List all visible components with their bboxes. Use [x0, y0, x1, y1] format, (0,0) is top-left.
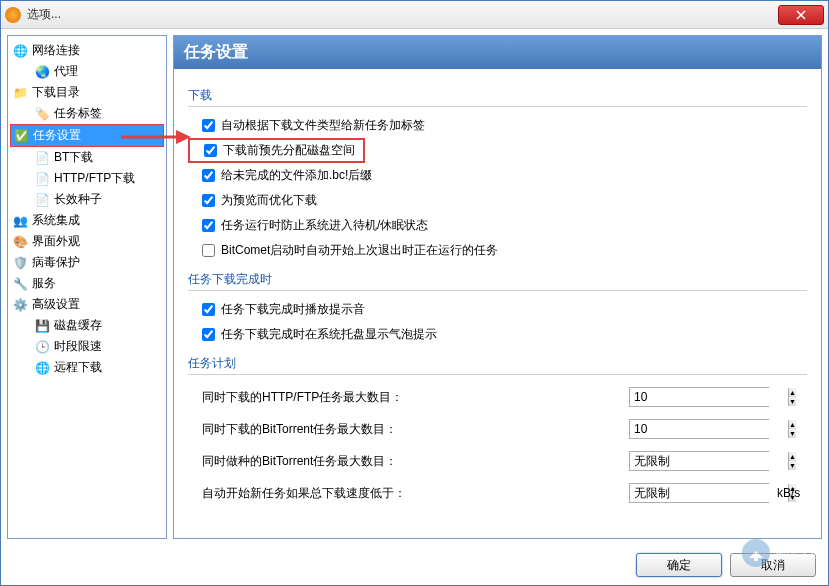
checkbox-autostart[interactable] [202, 244, 215, 257]
input-max-bt[interactable] [630, 420, 788, 438]
sidebar-item-appearance[interactable]: 🎨界面外观 [10, 231, 164, 252]
people-icon: 👥 [12, 213, 28, 229]
main-panel: 任务设置 下载 自动根据下载文件类型给新任务加标签 下载前预先分配磁盘空间 给未… [173, 35, 822, 539]
window-title: 选项... [27, 6, 778, 23]
sidebar-item-label: 病毒保护 [32, 254, 80, 271]
input-max-seed[interactable] [630, 452, 788, 470]
options-window: 选项... 🌐网络连接 🌏代理 📁下载目录 🏷️任务标签 ✅任务设置 📄BT下载… [0, 0, 829, 586]
spin-down[interactable]: ▼ [789, 429, 796, 438]
checkbox-auto-tag[interactable] [202, 119, 215, 132]
field-max-http: 同时下载的HTTP/FTP任务最大数目： ▲▼ [188, 381, 807, 413]
spin-down[interactable]: ▼ [789, 461, 796, 470]
checkbox-prevent-sleep[interactable] [202, 219, 215, 232]
opt-label: BitComet启动时自动开始上次退出时正在运行的任务 [221, 242, 498, 259]
group-download-label: 下载 [188, 87, 807, 107]
sidebar-item-label: 远程下载 [54, 359, 102, 376]
content-area: 🌐网络连接 🌏代理 📁下载目录 🏷️任务标签 ✅任务设置 📄BT下载 📄HTTP… [1, 29, 828, 545]
app-icon [5, 7, 21, 23]
sidebar-item-time-limit[interactable]: 🕒时段限速 [10, 336, 164, 357]
sidebar-item-label: 磁盘缓存 [54, 317, 102, 334]
opt-prevent-sleep: 任务运行时防止系统进入待机/休眠状态 [188, 213, 807, 238]
checkbox-bc-suffix[interactable] [202, 169, 215, 182]
checkbox-preallocate[interactable] [204, 144, 217, 157]
globe-icon: 🌏 [34, 64, 50, 80]
panel-title: 任务设置 [174, 36, 821, 69]
titlebar: 选项... [1, 1, 828, 29]
sidebar-item-bt-download[interactable]: 📄BT下载 [10, 147, 164, 168]
opt-balloon: 任务下载完成时在系统托盘显示气泡提示 [188, 322, 807, 347]
opt-preview: 为预览而优化下载 [188, 188, 807, 213]
sidebar-item-system-integration[interactable]: 👥系统集成 [10, 210, 164, 231]
spinner-max-seed: ▲▼ [629, 451, 769, 471]
sidebar-item-label: BT下载 [54, 149, 93, 166]
checkbox-balloon[interactable] [202, 328, 215, 341]
field-label: 自动开始新任务如果总下载速度低于： [202, 485, 406, 502]
sidebar-item-label: 时段限速 [54, 338, 102, 355]
input-max-http[interactable] [630, 388, 788, 406]
sidebar-item-label: 任务标签 [54, 105, 102, 122]
globe-icon: 🌐 [12, 43, 28, 59]
sidebar: 🌐网络连接 🌏代理 📁下载目录 🏷️任务标签 ✅任务设置 📄BT下载 📄HTTP… [7, 35, 167, 539]
opt-play-sound: 任务下载完成时播放提示音 [188, 297, 807, 322]
opt-preallocate: 下载前预先分配磁盘空间 [188, 138, 365, 163]
gear-icon: ⚙️ [12, 297, 28, 313]
spin-up[interactable]: ▲ [789, 420, 796, 429]
field-label: 同时下载的BitTorrent任务最大数目： [202, 421, 397, 438]
sidebar-item-services[interactable]: 🔧服务 [10, 273, 164, 294]
field-label: 同时做种的BitTorrent任务最大数目： [202, 453, 397, 470]
sidebar-item-label: 服务 [32, 275, 56, 292]
group-plan-label: 任务计划 [188, 355, 807, 375]
close-button[interactable] [778, 5, 824, 25]
sidebar-item-label: 界面外观 [32, 233, 80, 250]
field-label: 同时下载的HTTP/FTP任务最大数目： [202, 389, 403, 406]
opt-label: 为预览而优化下载 [221, 192, 317, 209]
sidebar-item-download-dir[interactable]: 📁下载目录 [10, 82, 164, 103]
field-max-bt: 同时下载的BitTorrent任务最大数目： ▲▼ [188, 413, 807, 445]
sidebar-item-label: 网络连接 [32, 42, 80, 59]
spinner-autostart-speed: ▲▼ [629, 483, 769, 503]
check-icon: ✅ [13, 128, 29, 144]
field-max-seed: 同时做种的BitTorrent任务最大数目： ▲▼ [188, 445, 807, 477]
opt-label: 任务下载完成时在系统托盘显示气泡提示 [221, 326, 437, 343]
sidebar-item-label: 下载目录 [32, 84, 80, 101]
palette-icon: 🎨 [12, 234, 28, 250]
checkbox-preview[interactable] [202, 194, 215, 207]
checkbox-play-sound[interactable] [202, 303, 215, 316]
sidebar-item-advanced[interactable]: ⚙️高级设置 [10, 294, 164, 315]
input-autostart-speed[interactable] [630, 484, 788, 502]
group-complete-label: 任务下载完成时 [188, 271, 807, 291]
footer: 确定 取消 [1, 545, 828, 585]
sidebar-item-long-seed[interactable]: 📄长效种子 [10, 189, 164, 210]
spinner-max-http: ▲▼ [629, 387, 769, 407]
sidebar-item-label: 系统集成 [32, 212, 80, 229]
spin-up[interactable]: ▲ [789, 388, 796, 397]
doc-icon: 📄 [34, 171, 50, 187]
sidebar-item-proxy[interactable]: 🌏代理 [10, 61, 164, 82]
close-icon [796, 10, 806, 20]
opt-bc-suffix: 给未完成的文件添加.bc!后缀 [188, 163, 807, 188]
sidebar-item-remote[interactable]: 🌐远程下载 [10, 357, 164, 378]
field-autostart-speed: 自动开始新任务如果总下载速度低于： ▲▼ kB/s [188, 477, 807, 509]
cancel-button[interactable]: 取消 [730, 553, 816, 577]
sidebar-item-label: HTTP/FTP下载 [54, 170, 135, 187]
sidebar-item-label: 长效种子 [54, 191, 102, 208]
opt-label: 任务运行时防止系统进入待机/休眠状态 [221, 217, 428, 234]
sidebar-item-virus[interactable]: 🛡️病毒保护 [10, 252, 164, 273]
spin-down[interactable]: ▼ [789, 397, 796, 406]
sidebar-item-network[interactable]: 🌐网络连接 [10, 40, 164, 61]
sidebar-item-task-settings[interactable]: ✅任务设置 [10, 124, 164, 147]
opt-label: 给未完成的文件添加.bc!后缀 [221, 167, 372, 184]
sidebar-item-label: 任务设置 [33, 127, 81, 144]
tag-icon: 🏷️ [34, 106, 50, 122]
ok-button[interactable]: 确定 [636, 553, 722, 577]
sidebar-item-task-tags[interactable]: 🏷️任务标签 [10, 103, 164, 124]
disk-icon: 💾 [34, 318, 50, 334]
panel-body: 下载 自动根据下载文件类型给新任务加标签 下载前预先分配磁盘空间 给未完成的文件… [174, 69, 821, 538]
shield-icon: 🛡️ [12, 255, 28, 271]
unit: kB/s [777, 486, 807, 500]
sidebar-item-disk-cache[interactable]: 💾磁盘缓存 [10, 315, 164, 336]
sidebar-item-http-ftp[interactable]: 📄HTTP/FTP下载 [10, 168, 164, 189]
spin-up[interactable]: ▲ [789, 452, 796, 461]
spinner-max-bt: ▲▼ [629, 419, 769, 439]
clock-icon: 🕒 [34, 339, 50, 355]
